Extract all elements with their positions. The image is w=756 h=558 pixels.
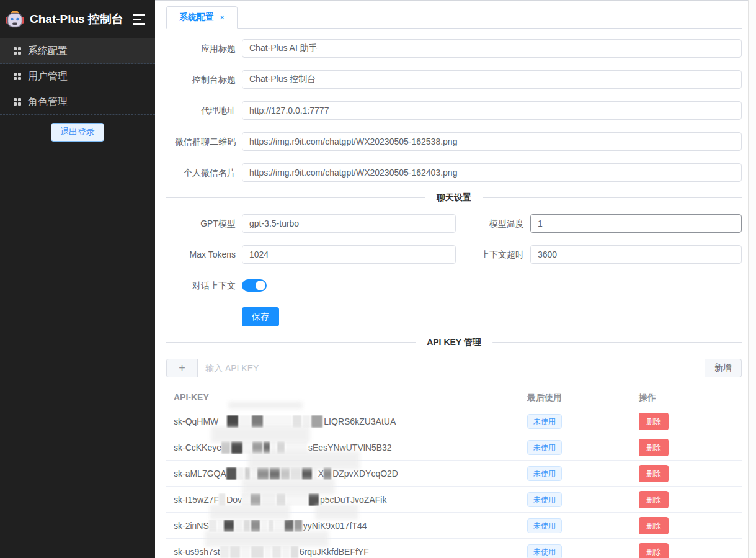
- sidebar-item-role-management[interactable]: 角色管理: [0, 89, 155, 115]
- last-used-cell: 未使用: [527, 518, 639, 533]
- operations-cell: 删除: [639, 465, 742, 482]
- redaction-block: [218, 415, 226, 428]
- status-badge: 未使用: [527, 414, 562, 429]
- table-row: sk-aML7GQAXDZpvXDYcqO2D未使用删除: [166, 461, 742, 487]
- field-input-proxy-url[interactable]: [242, 101, 742, 120]
- robot-logo-icon: [5, 9, 25, 29]
- api-key-text: sk-2inNS: [174, 520, 209, 532]
- field-input-wechat-group-qr[interactable]: [242, 132, 742, 151]
- delete-button[interactable]: 删除: [639, 517, 669, 534]
- redaction-block: [251, 467, 256, 480]
- plus-icon: +: [166, 359, 197, 377]
- api-key-cell: sk-QqHMWLIQRS6kZU3AtUA: [166, 415, 527, 428]
- chat-settings-divider: 聊天设置: [166, 197, 742, 198]
- main-content: 系统配置 × 应用标题控制台标题代理地址微信群聊二维码个人微信名片 聊天设置 G…: [155, 0, 756, 558]
- field-input-wechat-card[interactable]: [242, 163, 742, 182]
- collapse-menu-icon[interactable]: [133, 14, 145, 25]
- redaction-block: [282, 546, 290, 558]
- tab-close-icon[interactable]: ×: [220, 13, 225, 22]
- delete-button[interactable]: 删除: [639, 491, 669, 508]
- api-key-text: LIQRS6kZU3AtUA: [324, 415, 396, 428]
- redaction-block: [221, 441, 230, 454]
- delete-button[interactable]: 删除: [639, 543, 669, 558]
- field-input-context-timeout[interactable]: [530, 245, 742, 264]
- redaction-block: [209, 520, 216, 532]
- status-badge: 未使用: [527, 544, 562, 558]
- redaction-block: [231, 441, 242, 454]
- form-col: Max Tokens: [166, 245, 456, 264]
- logout-button[interactable]: 退出登录: [51, 123, 104, 142]
- redaction-block: [239, 415, 251, 428]
- table-row: sk-QqHMWLIQRS6kZU3AtUA未使用删除: [166, 408, 742, 434]
- api-key-cell: sk-aML7GQAXDZpvXDYcqO2D: [166, 467, 527, 480]
- last-used-cell: 未使用: [527, 492, 639, 507]
- redaction-block: [244, 441, 251, 454]
- redaction-block: [324, 467, 331, 480]
- field-label: 应用标题: [166, 39, 236, 58]
- redaction-block: [251, 493, 260, 506]
- form-col: GPT模型: [166, 214, 456, 233]
- api-key-text: sk-CcKKeye: [174, 441, 221, 454]
- field-input-gpt-model[interactable]: [242, 214, 456, 233]
- field-input-temperature[interactable]: [530, 214, 742, 233]
- table-row: sk-I15wZ7FDovp5cDuTJvoZAFik未使用删除: [166, 487, 742, 513]
- redaction-block: [220, 546, 229, 558]
- add-key-button[interactable]: 新增: [705, 359, 742, 377]
- field-input-max-tokens[interactable]: [242, 245, 456, 264]
- api-key-cell: sk-CcKKeyesEesYNwUTVlN5B32: [166, 441, 527, 454]
- redaction-block: [252, 441, 262, 454]
- field-label: 代理地址: [166, 101, 236, 120]
- delete-button[interactable]: 删除: [639, 413, 669, 430]
- api-key-text: DZpvXDYcqO2D: [332, 467, 398, 480]
- tab-system-config[interactable]: 系统配置 ×: [166, 6, 238, 29]
- api-key-text: sk-I15wZ7F: [174, 493, 219, 506]
- sidebar-header: Chat-Plus 控制台: [0, 0, 155, 38]
- delete-button[interactable]: 删除: [639, 465, 669, 482]
- redaction-block: [311, 415, 322, 428]
- field-label: Max Tokens: [166, 245, 236, 264]
- operations-cell: 删除: [639, 543, 742, 558]
- sidebar-menu: 系统配置用户管理角色管理: [0, 38, 155, 115]
- status-badge: 未使用: [527, 466, 562, 481]
- api-key-table: API-KEY 最后使用 操作 sk-QqHMWLIQRS6kZU3AtUA未使…: [166, 387, 742, 558]
- sidebar-item-user-management[interactable]: 用户管理: [0, 64, 155, 89]
- api-key-cell: sk-2inNSyyNiK9x017fT44: [166, 520, 527, 532]
- delete-button[interactable]: 删除: [639, 439, 669, 456]
- save-button[interactable]: 保存: [242, 307, 279, 326]
- operations-cell: 删除: [639, 491, 742, 508]
- tab-bar: 系统配置 ×: [166, 6, 742, 29]
- field-label: 个人微信名片: [166, 163, 236, 182]
- last-used-cell: 未使用: [527, 440, 639, 455]
- table-row: sk-2inNSyyNiK9x017fT44未使用删除: [166, 513, 742, 539]
- api-key-text: sk-us9sh7st: [174, 546, 220, 558]
- redaction-block: [241, 546, 250, 558]
- redaction-block: [291, 467, 301, 480]
- field-input-app-title[interactable]: [242, 39, 742, 58]
- divider-title: 聊天设置: [425, 192, 483, 204]
- app-title: Chat-Plus 控制台: [30, 11, 128, 27]
- field-label: GPT模型: [166, 214, 236, 233]
- redaction-block: [287, 493, 308, 506]
- status-badge: 未使用: [527, 492, 562, 507]
- form-row: GPT模型模型温度: [166, 214, 742, 233]
- context-toggle[interactable]: [242, 279, 267, 292]
- chat-settings-form: GPT模型模型温度Max Tokens上下文超时: [166, 214, 742, 264]
- sidebar-item-system-config[interactable]: 系统配置: [0, 38, 155, 64]
- operations-cell: 删除: [639, 439, 742, 456]
- redaction-block: [293, 415, 301, 428]
- redaction-block: [277, 493, 285, 506]
- sidebar-item-label: 角色管理: [28, 96, 68, 109]
- api-key-input[interactable]: [197, 359, 705, 377]
- basic-form: 应用标题控制台标题代理地址微信群聊二维码个人微信名片: [166, 39, 742, 182]
- api-key-text: sk-QqHMW: [174, 415, 218, 428]
- redaction-block: [309, 493, 319, 506]
- save-row: 保存: [166, 307, 742, 326]
- vertical-scrollbar[interactable]: [748, 0, 756, 558]
- api-key-input-group: + 新增: [166, 359, 742, 377]
- redaction-block: [286, 441, 307, 454]
- form-row: Max Tokens上下文超时: [166, 245, 742, 264]
- field-input-console-title[interactable]: [242, 70, 742, 89]
- api-key-text: p5cDuTJvoZAFik: [320, 493, 386, 506]
- redaction-block: [245, 467, 250, 480]
- sidebar-item-label: 系统配置: [28, 45, 68, 58]
